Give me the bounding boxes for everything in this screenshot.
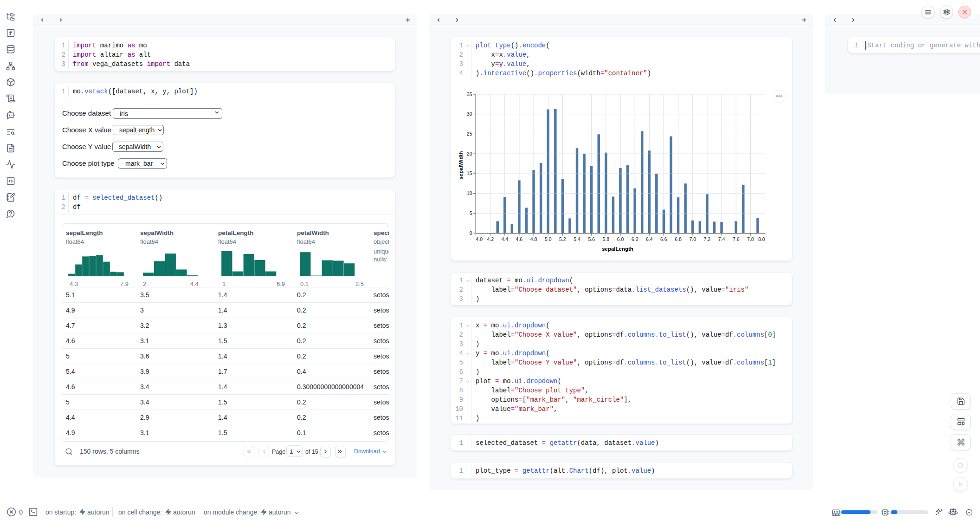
svg-text:4.2: 4.2 [487, 236, 494, 242]
svg-text:5.6: 5.6 [588, 236, 595, 242]
svg-text:0: 0 [470, 230, 472, 236]
svg-text:6.0: 6.0 [617, 236, 624, 242]
svg-text:30: 30 [467, 111, 472, 117]
svg-text:6.6: 6.6 [660, 236, 667, 242]
svg-text:5: 5 [470, 210, 472, 216]
svg-text:7.6: 7.6 [733, 236, 740, 242]
svg-text:4.6: 4.6 [516, 236, 523, 242]
svg-text:4.4: 4.4 [501, 236, 508, 242]
svg-text:4.0: 4.0 [476, 236, 483, 242]
svg-text:5.2: 5.2 [559, 236, 566, 242]
svg-text:20: 20 [467, 151, 472, 156]
svg-text:5.8: 5.8 [602, 236, 609, 242]
svg-text:6.4: 6.4 [646, 236, 653, 242]
svg-text:10: 10 [467, 190, 472, 196]
svg-text:sepalWidth: sepalWidth [458, 151, 464, 179]
svg-text:6.8: 6.8 [675, 236, 682, 242]
svg-text:5.0: 5.0 [545, 236, 552, 242]
svg-text:5.4: 5.4 [574, 236, 580, 242]
svg-text:35: 35 [467, 91, 472, 97]
svg-text:15: 15 [467, 170, 472, 176]
svg-text:6.2: 6.2 [632, 236, 638, 242]
svg-text:7.2: 7.2 [704, 236, 711, 242]
svg-text:sepalLength: sepalLength [602, 246, 633, 252]
svg-text:7.0: 7.0 [689, 236, 696, 242]
svg-text:7.8: 7.8 [747, 236, 754, 242]
svg-text:4.8: 4.8 [530, 236, 537, 242]
svg-text:8.0: 8.0 [758, 236, 765, 242]
svg-text:25: 25 [467, 131, 472, 137]
svg-text:7.4: 7.4 [718, 236, 725, 242]
